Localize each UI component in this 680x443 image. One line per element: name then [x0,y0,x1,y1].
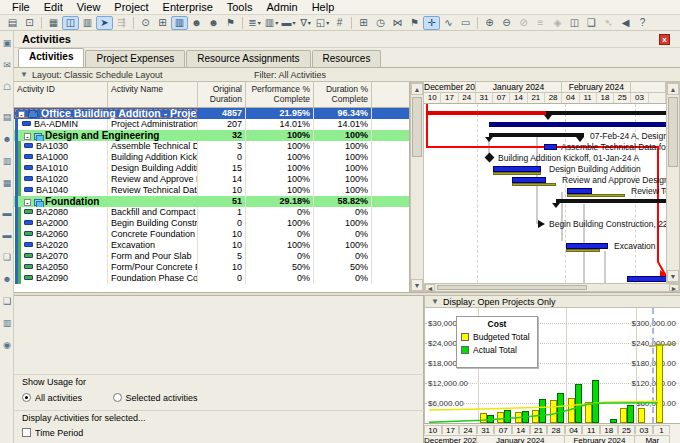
sidebar-documents-icon[interactable]: ❑ [1,295,13,307]
trace-logic-icon[interactable]: ⇶ [113,16,130,30]
task-bar[interactable] [544,144,557,150]
level-of-effort-bar[interactable] [489,122,666,127]
chevron-down-icon[interactable]: ▼ [20,70,28,79]
table-row[interactable]: BA2090Foundation Phase Complete00%0% [14,273,410,284]
table-row[interactable]: BA2020Excavation10100%100% [14,240,410,251]
constraints-icon[interactable]: ⚑ [406,16,423,30]
menu-item-edit[interactable]: Edit [38,1,69,13]
budgeted-bar[interactable] [656,344,663,423]
scroll-thumb[interactable] [668,97,678,167]
print-preview-icon[interactable]: ⊡ [21,16,38,30]
usage-chart-icon[interactable]: ∿ [440,16,457,30]
menu-item-project[interactable]: Project [108,1,154,13]
project-summary-bar[interactable] [426,111,546,115]
table-row[interactable]: BA-ADMINProject Administration20714.01%1… [14,119,410,130]
menu-item-file[interactable]: File [6,1,36,13]
table-view-icon[interactable]: ▦ [45,16,62,30]
sidebar-thresholds-icon[interactable]: ▬ [1,229,13,241]
summary-bar[interactable] [556,199,666,203]
budgeted-bar[interactable] [568,398,575,423]
table-row[interactable]: BA2060Concrete Foundation Walls100%0% [14,229,410,240]
budgeted-bar[interactable] [515,412,522,423]
scroll-left-icon[interactable]: ◄ [425,284,435,291]
resources-icon[interactable]: ☻ [188,16,205,30]
layouts-icon[interactable]: ◱▾ [314,16,331,30]
table-row[interactable]: BA1000Building Addition Kickoff0100%100% [14,152,410,163]
sidebar-expenses-icon[interactable]: ▬ [1,207,13,219]
actual-bar[interactable] [504,410,511,423]
column-header-activity-name[interactable]: Activity Name [108,82,198,107]
zoom-out-icon[interactable]: ⊖ [498,16,515,30]
table-row[interactable]: BA1040Review Technical Data on H10100%10… [14,185,410,196]
menu-item-view[interactable]: View [71,1,107,13]
radio-all-activities[interactable]: All activities [22,393,82,403]
sidebar-wbs-icon[interactable]: ☖ [1,81,13,93]
collapse-icon[interactable]: - [18,111,25,118]
column-header-activity-id[interactable]: Activity ID [14,82,108,107]
scroll-thumb[interactable] [412,97,422,157]
menu-item-help[interactable]: Help [306,1,341,13]
budgeted-bar[interactable] [585,402,592,423]
find-icon[interactable]: ⊙ [137,16,154,30]
scroll-right-icon[interactable]: ► [669,284,679,291]
sidebar-resources-window-icon[interactable]: ☻ [1,133,13,145]
table-row[interactable]: -Office Building Addition - Proje485721.… [14,108,410,119]
progress-spotlight-icon[interactable]: ✛ [423,16,440,30]
relationship-lines-icon[interactable]: ⋈ [389,16,406,30]
actual-bar[interactable] [592,380,599,423]
table-row[interactable]: -Design and Engineering32100%100% [14,130,410,141]
budgeted-bar[interactable] [480,413,487,423]
table-row[interactable]: BA2070Form and Pour Slab50%0% [14,251,410,262]
close-icon[interactable]: x [659,34,670,45]
zoom-in-icon[interactable]: ⊕ [481,16,498,30]
spreadsheet-icon[interactable]: ⊞ [355,16,372,30]
actual-bar[interactable] [557,393,564,423]
schedule-icon[interactable]: ⊞ [154,16,171,30]
font-icon[interactable]: # [331,16,348,30]
time-period-checkbox[interactable]: Time Period [22,428,83,438]
task-bar[interactable] [627,276,666,282]
roles-icon[interactable]: ☻ [205,16,222,30]
columns-icon[interactable]: ▥▾ [263,16,280,30]
milestone-arrow-icon[interactable] [538,220,545,228]
gantt-chart-view-icon[interactable]: ◫ [62,16,79,30]
budgeted-bar[interactable] [620,408,627,423]
column-header-performance-complete[interactable]: Performance % Complete [246,82,314,107]
gantt-horizontal-scrollbar[interactable]: ◄ ► [424,283,680,292]
tab-project-expenses[interactable]: Project Expenses [85,50,185,67]
table-row[interactable]: BA1020Review and Approve Design14100%100… [14,174,410,185]
sidebar-assignments-icon[interactable]: ▥ [1,317,13,329]
table-row[interactable]: BA2080Backfill and Compact Walls10%0% [14,207,410,218]
actual-bar[interactable] [575,384,582,423]
table-row[interactable]: BA2050Form/Pour Concrete Footing1050%50% [14,262,410,273]
split-view-icon[interactable]: ◫ [566,16,583,30]
tab-resource-assignments[interactable]: Resource Assignments [186,50,310,67]
update-progress-icon[interactable]: ◷ [372,16,389,30]
notebook-icon[interactable]: ❑ [583,16,600,30]
codes-icon[interactable]: ⚑ [222,16,239,30]
expand-all-icon[interactable]: ◈ [549,16,566,30]
sidebar-enterprise-data-icon[interactable]: ✉ [1,59,13,71]
sidebar-reports-icon[interactable]: ▥ [1,155,13,167]
details-icon[interactable]: ▭ [457,16,474,30]
sidebar-admin-icon[interactable]: ◉ [1,339,13,351]
budgeted-bar[interactable] [550,400,557,423]
sidebar-issues-icon[interactable]: ❏ [1,251,13,263]
table-row[interactable]: BA2000Begin Building Construction0100%10… [14,218,410,229]
collapse-icon[interactable]: - [24,199,31,206]
menu-item-enterprise[interactable]: Enterprise [157,1,219,13]
sidebar-activities-window-icon[interactable]: ▤ [1,111,13,123]
gantt-vertical-scrollbar[interactable]: ▲ ▼ [666,82,680,283]
actual-bar[interactable] [487,415,494,423]
actual-bar[interactable] [627,405,634,423]
activity-usage-icon[interactable]: ▥ [79,16,96,30]
bars-icon[interactable]: ▬▾ [280,16,297,30]
scroll-down-icon[interactable]: ▼ [667,270,679,282]
budgeted-bar[interactable] [532,410,539,423]
tab-resources[interactable]: Resources [312,50,382,67]
align-icon[interactable]: ≡ [532,16,549,30]
chevron-down-icon[interactable]: ▼ [431,297,439,306]
print-icon[interactable]: ▤ [4,16,21,30]
summary-bar[interactable] [489,133,584,137]
tab-activities[interactable]: Activities [18,48,84,67]
